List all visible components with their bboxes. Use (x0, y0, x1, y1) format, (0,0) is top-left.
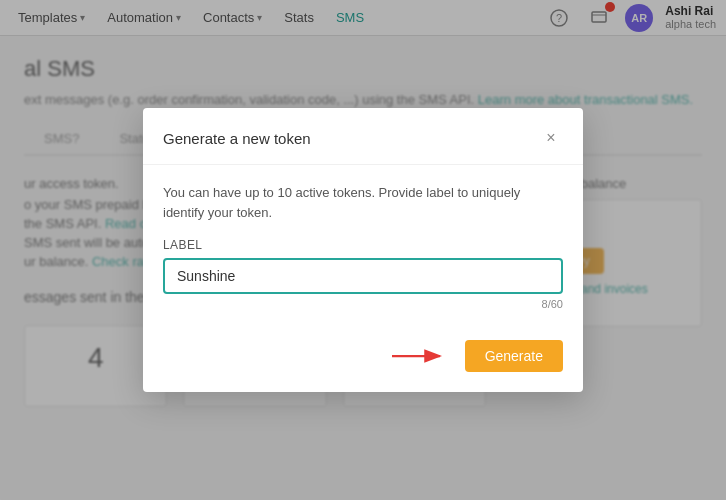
char-count: 8/60 (163, 298, 563, 310)
modal-footer: Generate (143, 328, 583, 392)
arrow-hint (389, 344, 449, 368)
modal-close-button[interactable]: × (539, 126, 563, 150)
label-input[interactable] (163, 258, 563, 294)
label-field-label: Label (163, 238, 563, 252)
modal-header: Generate a new token × (143, 108, 583, 165)
modal-overlay[interactable]: Generate a new token × You can have up t… (0, 0, 726, 500)
modal-description: You can have up to 10 active tokens. Pro… (163, 183, 563, 222)
modal-title: Generate a new token (163, 130, 311, 147)
input-wrapper (163, 258, 563, 294)
generate-button[interactable]: Generate (465, 340, 563, 372)
generate-token-modal: Generate a new token × You can have up t… (143, 108, 583, 392)
modal-body: You can have up to 10 active tokens. Pro… (143, 165, 583, 328)
